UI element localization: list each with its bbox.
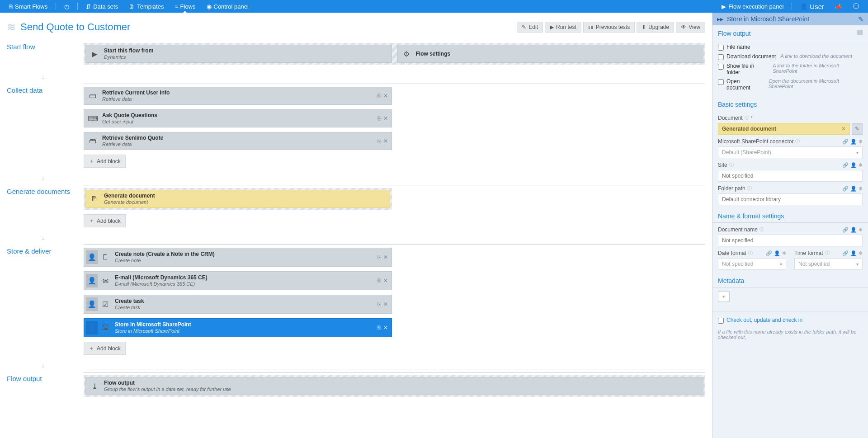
nav-control-panel[interactable]: ◉ Control panel: [202, 0, 253, 13]
close-icon[interactable]: ✕: [383, 278, 388, 284]
link-icon[interactable]: 🔗: [842, 162, 849, 168]
info-icon[interactable]: ⓘ: [729, 162, 734, 168]
flow-execution-panel-button[interactable]: ▶ Flow execution panel: [717, 0, 788, 13]
close-icon[interactable]: ✕: [383, 138, 388, 144]
check-checkout[interactable]: Check out, update and check in: [718, 317, 863, 324]
edit-icon[interactable]: ✎: [858, 15, 863, 23]
user-block-icon: 👤: [86, 250, 98, 264]
help-button[interactable]: ⓘ: [849, 0, 863, 13]
nav-label: Templates: [137, 3, 164, 10]
section-store: Store & deliver: [7, 245, 79, 358]
close-icon[interactable]: ✕: [383, 115, 388, 122]
link-icon[interactable]: 🔗: [842, 139, 849, 145]
user-icon[interactable]: 👤: [850, 227, 857, 233]
check-download[interactable]: Download documentA link to download the …: [718, 53, 863, 60]
info-icon[interactable]: ⓘ: [747, 185, 752, 192]
block-create-note[interactable]: 👤 🗒 Create note (Create a Note in the CR…: [84, 248, 392, 267]
block-start-from[interactable]: ▶ Start this flow fromDynamics: [85, 45, 392, 63]
copy-icon[interactable]: ⎘: [377, 138, 381, 144]
block-ask-questions[interactable]: ⌨ Ask Quote QuestionsGet user input ⎘✕: [84, 109, 392, 127]
envelope-icon: ✉: [100, 276, 110, 286]
user-icon[interactable]: 👤: [774, 250, 780, 256]
user-label: User: [810, 3, 824, 10]
close-icon[interactable]: ✕: [383, 301, 388, 307]
copy-icon[interactable]: ⎘: [377, 301, 381, 307]
check-file-name[interactable]: File name: [718, 44, 863, 51]
check-open-doc[interactable]: Open documentOpen the document in Micros…: [718, 78, 863, 91]
gear-icon[interactable]: ✱: [859, 186, 863, 192]
add-metadata-button[interactable]: ＋: [718, 291, 730, 302]
add-block-button[interactable]: ＋Add block: [84, 155, 126, 168]
divider: [56, 3, 56, 10]
user-icon[interactable]: 👤: [850, 250, 857, 256]
copy-icon[interactable]: ⎘: [377, 278, 381, 284]
close-icon[interactable]: ✕: [383, 93, 388, 99]
edit-document-button[interactable]: ✎: [852, 123, 863, 135]
copy-icon[interactable]: ⎘: [377, 254, 381, 260]
brand[interactable]: ⎘ Smart Flows: [5, 0, 52, 13]
info-icon[interactable]: ⓘ: [748, 250, 753, 256]
link-icon[interactable]: 🔗: [842, 227, 849, 233]
view-button[interactable]: 👁View: [676, 22, 705, 33]
block-store-sharepoint[interactable]: 👤 🖫 Store in Microsoft SharePointStore i…: [84, 318, 392, 337]
info-icon[interactable]: ⓘ: [795, 138, 800, 145]
info-icon[interactable]: ⓘ: [825, 250, 830, 256]
start-row: ▶ Start this flow fromDynamics ⚙ Flow se…: [84, 43, 705, 65]
gear-icon[interactable]: ✱: [859, 250, 863, 256]
topbar: ⎘ Smart Flows ◷ ⇵ Data sets 🗎 Templates …: [0, 0, 868, 13]
timeformat-select[interactable]: Not specified▾: [794, 258, 863, 270]
user-icon[interactable]: 👤: [850, 139, 857, 145]
connector-select[interactable]: Default (SharePoint)▾: [718, 146, 863, 158]
close-icon[interactable]: ✕: [383, 254, 388, 260]
gear-icon[interactable]: ✱: [782, 250, 786, 256]
block-flow-output[interactable]: ⤓ Flow outputGroup the flow's output in …: [85, 377, 703, 395]
block-create-task[interactable]: 👤 ☑ Create taskCreate task ⎘✕: [84, 295, 392, 314]
previous-tests-button[interactable]: ⫾⫾Previous tests: [583, 22, 635, 33]
add-block-button[interactable]: ＋Add block: [84, 214, 126, 227]
copy-icon[interactable]: ⎘: [377, 325, 381, 331]
gauge-icon: ◉: [207, 3, 212, 10]
announcements-button[interactable]: 📣: [830, 0, 847, 13]
nav-label: Control panel: [214, 3, 249, 10]
link-icon[interactable]: 🔗: [842, 186, 849, 192]
info-badge-icon[interactable]: [857, 30, 863, 35]
upgrade-button[interactable]: ⬆Upgrade: [637, 22, 674, 33]
history-button[interactable]: ◷: [60, 0, 74, 13]
gear-icon[interactable]: ✱: [859, 162, 863, 168]
site-input[interactable]: [718, 170, 863, 182]
user-icon[interactable]: 👤: [850, 162, 857, 168]
document-chip[interactable]: Generated document✕: [718, 123, 850, 135]
gear-icon[interactable]: ✱: [859, 227, 863, 233]
info-icon[interactable]: ⓘ: [745, 115, 749, 121]
checkout-note: If a file with this name already exists …: [718, 326, 863, 345]
collapse-icon[interactable]: ▸▸: [717, 15, 723, 23]
block-retrieve-user-info[interactable]: 🗃 Retrieve Current User InfoRetrieve dat…: [84, 87, 392, 105]
dateformat-select[interactable]: Not specified▾: [718, 258, 786, 270]
link-icon[interactable]: 🔗: [842, 250, 849, 256]
run-test-button[interactable]: ▶Run test: [545, 22, 581, 33]
edit-button[interactable]: ✎Edit: [517, 22, 543, 33]
nav-label: Flows: [180, 3, 196, 10]
nav-templates[interactable]: 🗎 Templates: [124, 0, 168, 13]
block-generate-document[interactable]: 🗎 Generate documentGenerate document: [85, 190, 390, 208]
label-timeformat: Time formatⓘ 🔗👤✱: [794, 250, 863, 256]
check-show-file[interactable]: Show file in folderA link to the folder …: [718, 63, 863, 75]
user-icon[interactable]: 👤: [850, 186, 857, 192]
nav-flows[interactable]: ≈ Flows: [170, 0, 200, 13]
docname-input[interactable]: [718, 235, 863, 246]
copy-icon[interactable]: ⎘: [377, 115, 381, 122]
block-email[interactable]: 👤 ✉ E-mail (Microsoft Dynamics 365 CE)E-…: [84, 271, 392, 290]
nav-datasets[interactable]: ⇵ Data sets: [81, 0, 123, 13]
link-icon[interactable]: 🔗: [766, 250, 772, 256]
block-retrieve-quote[interactable]: 🗃 Retrieve Senlimo QuoteRetrieve data ⎘✕: [84, 132, 392, 150]
gear-icon[interactable]: ✱: [859, 139, 863, 145]
copy-icon[interactable]: ⎘: [377, 93, 381, 99]
close-icon[interactable]: ✕: [383, 325, 388, 331]
remove-icon[interactable]: ✕: [841, 126, 846, 132]
folder-input[interactable]: [718, 193, 863, 205]
block-flow-settings[interactable]: ⚙ Flow settings: [397, 45, 704, 63]
add-block-button[interactable]: ＋Add block: [84, 342, 126, 355]
section-generate: Generate documents: [7, 185, 79, 231]
info-icon[interactable]: ⓘ: [760, 226, 764, 233]
user-menu[interactable]: 👤 User: [796, 0, 829, 13]
